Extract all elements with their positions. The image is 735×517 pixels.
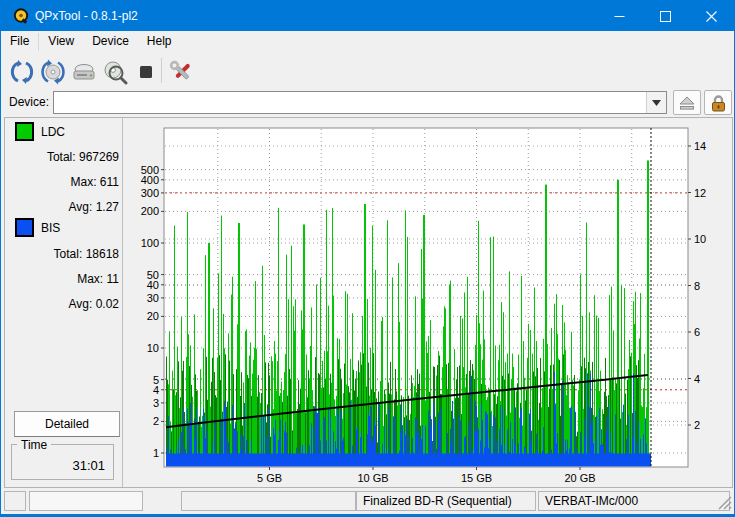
svg-text:50: 50 <box>147 269 159 281</box>
svg-text:300: 300 <box>141 187 159 199</box>
svg-text:6: 6 <box>694 326 700 338</box>
resize-grip[interactable] <box>718 496 732 510</box>
svg-text:500: 500 <box>141 164 159 176</box>
svg-text:5: 5 <box>153 374 159 386</box>
svg-text:14: 14 <box>694 140 706 152</box>
svg-text:20: 20 <box>147 310 159 322</box>
svg-text:12: 12 <box>694 187 706 199</box>
svg-text:200: 200 <box>141 205 159 217</box>
svg-text:8: 8 <box>694 280 700 292</box>
svg-text:5 GB: 5 GB <box>257 472 282 484</box>
svg-text:15 GB: 15 GB <box>461 472 492 484</box>
status-panel-media: Finalized BD-R (Sequential) <box>356 491 536 511</box>
scan-chart: 1234510203040501002003004005002468101214… <box>1 1 735 517</box>
status-bar: Finalized BD-R (Sequential) VERBAT-IMc/0… <box>1 490 734 514</box>
svg-text:10: 10 <box>147 342 159 354</box>
svg-text:2: 2 <box>694 419 700 431</box>
svg-text:20 GB: 20 GB <box>564 472 595 484</box>
svg-text:10 GB: 10 GB <box>357 472 388 484</box>
svg-text:3: 3 <box>153 397 159 409</box>
svg-text:4: 4 <box>694 373 700 385</box>
svg-text:30: 30 <box>147 292 159 304</box>
status-panel-disc-id: VERBAT-IMc/000 <box>538 491 730 511</box>
svg-text:10: 10 <box>694 233 706 245</box>
status-panel-2 <box>181 491 356 511</box>
svg-text:2: 2 <box>153 415 159 427</box>
status-panel-0 <box>4 491 26 511</box>
app-window: QPxTool - 0.8.1-pl2 File View Device Hel… <box>0 0 735 517</box>
svg-text:100: 100 <box>141 237 159 249</box>
status-panel-1 <box>29 491 143 511</box>
svg-text:1: 1 <box>153 447 159 459</box>
